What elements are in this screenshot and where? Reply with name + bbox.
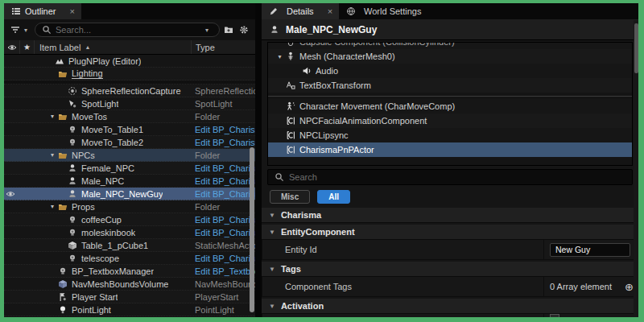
outliner-tabbar: Outliner × bbox=[4, 3, 255, 19]
outliner-row-female-npc[interactable]: Female_NPCEdit BP_Charisma bbox=[4, 162, 255, 175]
row-name: NavMeshBoundsVolume bbox=[72, 279, 168, 289]
outliner-search-input[interactable] bbox=[56, 25, 201, 35]
eye-icon bbox=[6, 43, 17, 52]
edit-blueprint-link[interactable]: Edit BP_Textbox bbox=[195, 266, 255, 276]
outliner-row-plugnplay-editor[interactable]: PlugNPlay (Editor) bbox=[4, 55, 255, 68]
outliner-row-npcs[interactable]: ▾NPCsFolder bbox=[4, 149, 255, 162]
row-name: PlugNPlay (Editor) bbox=[68, 56, 141, 66]
expand-chevron-icon[interactable]: ▾ bbox=[47, 113, 57, 120]
visibility-column-header[interactable] bbox=[4, 40, 20, 54]
outliner-row-moveto-table2[interactable]: MoveTo_Table2Edit BP_Charisma bbox=[4, 136, 255, 149]
outliner-row-table-1-pcube1[interactable]: Table_1_pCube1StaticMeshActor bbox=[4, 239, 255, 252]
entity-id-input[interactable] bbox=[550, 243, 630, 257]
outliner-row-spotlight[interactable]: SpotLightSpotLight bbox=[4, 97, 255, 110]
outliner-row-bp-textboxmanager[interactable]: BP_TextboxManagerEdit BP_Textbox bbox=[4, 265, 255, 278]
row-type-cell[interactable]: Edit BP_Charisma bbox=[191, 215, 255, 225]
edit-blueprint-link[interactable]: Edit BP_Charisma bbox=[195, 228, 255, 237]
visibility-cell[interactable] bbox=[4, 189, 20, 199]
property-row-entity-id: Entity Id bbox=[262, 240, 638, 260]
edit-blueprint-link[interactable]: Edit BP_Charisma bbox=[195, 176, 255, 186]
filter-chevron-down-icon[interactable]: ▾ bbox=[24, 27, 32, 34]
row-type-cell[interactable]: Edit BP_Charisma bbox=[191, 189, 255, 199]
row-type-cell[interactable]: Edit BP_Charisma bbox=[191, 163, 255, 173]
search-options-chevron-down-icon[interactable]: ▾ bbox=[205, 27, 213, 34]
outliner-row-lighting[interactable]: Lighting bbox=[4, 68, 255, 80]
edit-blueprint-link[interactable]: Edit BP_Charisma bbox=[195, 254, 255, 263]
expand-chevron-icon[interactable]: ▾ bbox=[47, 203, 57, 210]
component-row-npclipsync[interactable]: NPCLipsync bbox=[268, 128, 632, 142]
row-label-cell: Male_NPC_NewGuy bbox=[35, 189, 191, 199]
outliner-row-navmeshboundsvolume[interactable]: NavMeshBoundsVolumeNavMeshBounds bbox=[4, 278, 255, 291]
section-header-tags[interactable]: ▼Tags bbox=[262, 262, 638, 277]
outliner-row-male-npc-newguy[interactable]: Male_NPC_NewGuyEdit BP_Charisma bbox=[4, 188, 255, 200]
edit-blueprint-link[interactable]: Edit BP_Charisma bbox=[195, 163, 255, 173]
row-name: Male_NPC_NewGuy bbox=[81, 189, 163, 199]
section-label: Tags bbox=[281, 264, 301, 274]
component-row-mesh-charactermesh0[interactable]: ▾Mesh (CharacterMesh0) bbox=[268, 49, 632, 64]
edit-blueprint-link[interactable]: Edit BP_Charisma bbox=[195, 125, 255, 134]
row-type-cell[interactable]: Edit BP_Charisma bbox=[191, 228, 255, 237]
outliner-row-player-start[interactable]: Player StartPlayerStart bbox=[4, 291, 255, 303]
panel-divider[interactable] bbox=[255, 3, 262, 317]
expand-chevron-icon[interactable]: ▾ bbox=[47, 151, 57, 159]
outliner-row-moleskinbook[interactable]: moleskinbookEdit BP_Charisma bbox=[4, 226, 255, 239]
row-type-cell[interactable]: Edit BP_Textbox bbox=[191, 266, 255, 276]
close-icon[interactable]: × bbox=[328, 7, 332, 16]
row-label-cell: Female_NPC bbox=[35, 163, 191, 173]
details-scrollbar[interactable] bbox=[634, 20, 638, 317]
item-label-column-header[interactable]: Item Label ▲ bbox=[35, 43, 191, 52]
section-header-charisma[interactable]: ▼Charisma bbox=[262, 208, 638, 223]
tab-details[interactable]: Details× bbox=[262, 3, 339, 19]
row-label-cell: MoveTo_Table1 bbox=[35, 125, 191, 134]
edit-blueprint-link[interactable]: Edit BP_Charisma bbox=[195, 138, 255, 147]
npc-icon bbox=[67, 163, 78, 173]
outliner-scrollbar-thumb[interactable] bbox=[250, 147, 254, 312]
row-type-cell[interactable]: Edit BP_Charisma bbox=[191, 254, 255, 263]
row-type-cell[interactable]: Edit BP_Charisma bbox=[191, 125, 255, 134]
expand-chevron-icon[interactable]: ▾ bbox=[275, 53, 285, 60]
component-row-capsule-component-collisioncylinder[interactable]: Capsule Component (CollisionCylinder) bbox=[268, 42, 632, 49]
row-label-cell: Player Start bbox=[35, 292, 191, 302]
close-icon[interactable]: × bbox=[70, 7, 75, 16]
edit-blueprint-link[interactable]: Edit BP_Charisma bbox=[195, 189, 255, 199]
filter-button-all[interactable]: All bbox=[317, 190, 350, 204]
outliner-tree: PlugNPlay (Editor)LightingSphereReflecti… bbox=[4, 55, 255, 317]
section-header-activation[interactable]: ▼Activation bbox=[262, 299, 638, 314]
component-row-charismapnpactor[interactable]: CharismaPnPActor bbox=[268, 142, 632, 157]
row-label-cell: PointLight bbox=[35, 305, 191, 315]
component-row-npcfacialanimationcomponent[interactable]: NPCFacialAnimationComponent bbox=[268, 114, 632, 128]
tab-world-settings[interactable]: World Settings bbox=[339, 3, 427, 19]
pin-column-header[interactable]: ★ bbox=[20, 40, 35, 54]
outliner-row-coffeecup[interactable]: coffeeCupEdit BP_Charisma bbox=[4, 213, 255, 226]
details-scrollbar-thumb[interactable] bbox=[634, 23, 638, 73]
array-count-label: 0 Array element bbox=[550, 282, 612, 291]
outliner-settings-button[interactable] bbox=[237, 23, 250, 36]
row-type-cell: NavMeshBounds bbox=[191, 279, 255, 289]
outliner-search[interactable]: ▾ bbox=[35, 23, 220, 37]
component-row-audio[interactable]: Audio bbox=[268, 64, 632, 78]
outliner-scrollbar[interactable] bbox=[249, 55, 254, 317]
row-type-cell[interactable]: Edit BP_Charisma bbox=[191, 176, 255, 186]
row-type-cell[interactable]: Edit BP_Charisma bbox=[191, 138, 255, 147]
outliner-row-telescope[interactable]: telescopeEdit BP_Charisma bbox=[4, 252, 255, 265]
tab-outliner[interactable]: Outliner × bbox=[4, 3, 81, 19]
globe-icon bbox=[345, 6, 357, 16]
component-row-textboxtransform[interactable]: TextBoxTransform bbox=[268, 78, 632, 93]
component-row-character-movement-charmovecomp[interactable]: Character Movement (CharMoveComp) bbox=[268, 99, 632, 114]
filter-button[interactable] bbox=[9, 23, 22, 36]
details-search-input[interactable] bbox=[289, 172, 626, 182]
outliner-row-props[interactable]: ▾PropsFolder bbox=[4, 200, 255, 213]
add-array-element-icon[interactable]: ⊕ bbox=[625, 282, 634, 292]
edit-blueprint-link[interactable]: Edit BP_Charisma bbox=[195, 215, 255, 225]
details-search[interactable] bbox=[267, 169, 633, 185]
create-folder-button[interactable] bbox=[222, 23, 235, 36]
outliner-row-moveto-table1[interactable]: MoveTo_Table1Edit BP_Charisma bbox=[4, 123, 255, 136]
filter-button-misc[interactable]: Misc bbox=[270, 190, 310, 204]
outliner-row-movetos[interactable]: ▾MoveTosFolder bbox=[4, 110, 255, 123]
outliner-row-male-npc[interactable]: Male_NPCEdit BP_Charisma bbox=[4, 175, 255, 188]
section-header-entitycomponent[interactable]: ▼EntityComponent bbox=[262, 225, 638, 240]
outliner-row-pointlight[interactable]: PointLightPointLight bbox=[4, 303, 255, 316]
property-row-clipped bbox=[262, 314, 638, 317]
outliner-row-spherereflectioncapture[interactable]: SphereReflectionCaptureSphereReflection bbox=[4, 85, 255, 97]
type-column-header[interactable]: Type bbox=[191, 40, 255, 54]
